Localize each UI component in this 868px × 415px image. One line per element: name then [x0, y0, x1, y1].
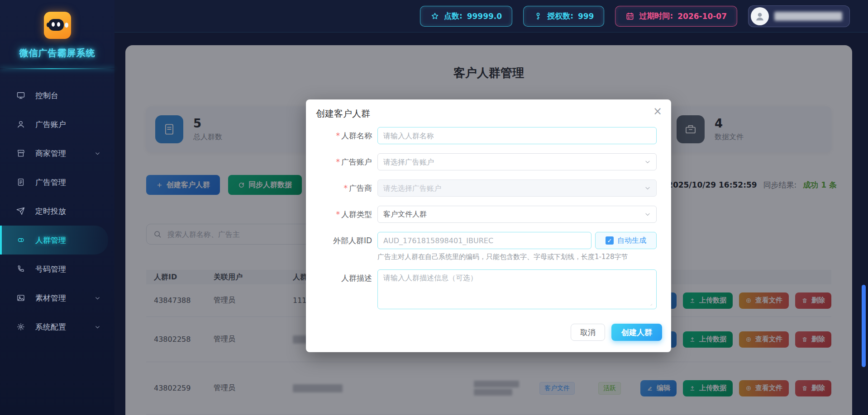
sidebar-nav: 控制台广告账户商家管理广告管理定时投放人群管理号码管理素材管理系统配置 — [0, 81, 114, 341]
sidebar-item-6[interactable]: 号码管理 — [0, 255, 108, 283]
sidebar-item-2[interactable]: 商家管理 — [0, 139, 108, 168]
sidebar-item-4[interactable]: 定时投放 — [0, 197, 108, 226]
name-field-label: *人群名称 — [306, 131, 372, 141]
key-icon — [534, 12, 543, 21]
app-title: 微信广告霸屏系统 — [19, 47, 95, 59]
auth-value: 999 — [578, 12, 594, 21]
expire-label: 过期时间: — [639, 11, 673, 21]
phone-icon — [16, 264, 25, 274]
person-icon — [754, 10, 766, 22]
scrollbar-thumb[interactable] — [862, 285, 866, 367]
create-audience-form: *人群名称 *广告账户 *广告商 — [306, 123, 671, 341]
sidebar-item-label: 商家管理 — [35, 148, 66, 159]
image-icon — [16, 293, 25, 302]
chevron-down-icon — [94, 150, 101, 157]
points-badge: 点数: 99999.0 — [420, 6, 512, 27]
advertiser-field-label: *广告商 — [306, 183, 372, 193]
send-icon — [16, 207, 25, 216]
account-field-label: *广告账户 — [306, 157, 372, 167]
external-id-hint: 广告主对人群在自己系统里的编码，只能包含数字、字母或下划线，长度1-128字节 — [377, 253, 671, 261]
points-label: 点数: — [444, 11, 463, 21]
audience-icon — [16, 236, 25, 245]
sidebar-item-label: 定时投放 — [35, 206, 66, 217]
audience-type-select[interactable] — [377, 206, 657, 223]
chevron-down-icon — [94, 295, 101, 302]
description-field-label: 人群描述 — [306, 269, 372, 283]
sidebar-item-label: 系统配置 — [35, 322, 66, 332]
sidebar-item-5[interactable]: 人群管理 — [0, 226, 108, 255]
shop-icon — [16, 149, 25, 158]
sidebar-item-label: 人群管理 — [35, 235, 66, 245]
sidebar-item-label: 控制台 — [35, 90, 58, 101]
logo-wrap: 微信广告霸屏系统 — [0, 0, 114, 59]
auth-label: 授权数: — [547, 11, 573, 21]
checkbox-checked-icon: ✓ — [606, 236, 614, 245]
auth-count-badge: 授权数: 999 — [523, 6, 604, 27]
user-menu[interactable] — [748, 5, 850, 27]
sidebar-item-7[interactable]: 素材管理 — [0, 283, 108, 312]
sidebar-divider — [0, 68, 114, 69]
app-logo-robot-icon — [44, 12, 71, 39]
audience-name-input[interactable] — [377, 127, 657, 144]
points-value: 99999.0 — [467, 12, 502, 21]
create-audience-modal: 创建客户人群 × *人群名称 *广告账户 *广告商 — [306, 99, 671, 352]
expire-value: 2026-10-07 — [677, 12, 727, 21]
star-icon — [430, 12, 439, 21]
external-id-field-label: 外部人群ID — [306, 236, 372, 246]
resize-handle[interactable] — [650, 304, 655, 308]
sidebar-item-label: 广告账户 — [35, 119, 66, 130]
sidebar-item-0[interactable]: 控制台 — [0, 81, 108, 110]
description-textarea[interactable] — [377, 269, 657, 309]
chevron-down-icon — [94, 324, 101, 330]
sidebar-item-1[interactable]: 广告账户 — [0, 110, 108, 139]
submit-create-button[interactable]: 创建人群 — [611, 324, 662, 341]
expire-badge: 过期时间: 2026-10-07 — [615, 6, 737, 27]
gear-icon — [16, 322, 25, 331]
external-id-input[interactable] — [377, 232, 591, 249]
close-icon[interactable]: × — [653, 106, 662, 117]
cancel-button[interactable]: 取消 — [571, 324, 605, 341]
sidebar-item-label: 素材管理 — [35, 293, 66, 303]
advertiser-select — [377, 179, 657, 197]
username-redacted — [774, 12, 842, 21]
topbar: 点数: 99999.0 授权数: 999 过期时间: 2026-10-07 — [114, 0, 868, 33]
sidebar-item-3[interactable]: 广告管理 — [0, 168, 108, 197]
user-icon — [16, 120, 25, 129]
document-icon — [16, 178, 25, 187]
avatar — [751, 7, 769, 25]
modal-title: 创建客户人群 — [306, 99, 671, 123]
type-field-label: *人群类型 — [306, 209, 372, 220]
sidebar-item-8[interactable]: 系统配置 — [0, 312, 108, 341]
sidebar: 微信广告霸屏系统 控制台广告账户商家管理广告管理定时投放人群管理号码管理素材管理… — [0, 0, 114, 415]
calendar-icon — [625, 12, 634, 21]
auto-generate-checkbox[interactable]: ✓ 自动生成 — [595, 232, 657, 249]
sidebar-item-label: 广告管理 — [35, 177, 66, 188]
sidebar-item-label: 号码管理 — [35, 264, 66, 274]
ad-account-select[interactable] — [377, 153, 657, 170]
monitor-icon — [16, 91, 25, 100]
